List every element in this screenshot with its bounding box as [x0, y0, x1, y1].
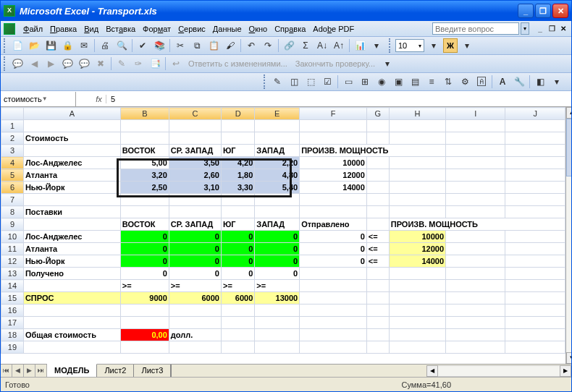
grid[interactable]: A B C D E F G H I J 1 2Стоимость 3ВОСТОК…	[1, 107, 565, 354]
menu-window[interactable]: Окно	[245, 23, 272, 35]
tool11-icon[interactable]: ⇅	[441, 74, 455, 89]
row-6[interactable]: 6	[1, 182, 24, 194]
menu-view[interactable]: Вид	[80, 23, 102, 35]
permission-icon[interactable]: 🔒	[60, 38, 75, 53]
open-icon[interactable]: 📂	[27, 38, 41, 53]
horizontal-scrollbar[interactable]: ◀ ▶	[426, 365, 571, 377]
toolbar-handle-3[interactable]	[4, 56, 7, 71]
doc-restore-button[interactable]: ❐	[547, 24, 557, 34]
bold-button[interactable]: Ж	[443, 38, 458, 53]
name-box-arrow-icon[interactable]: ▼	[42, 95, 72, 102]
tool17-icon[interactable]: ▾	[550, 74, 564, 89]
tool6-icon[interactable]: ⊞	[358, 74, 372, 89]
tab-next-icon[interactable]: ▶	[24, 365, 35, 377]
tab-sheet2[interactable]: Лист2	[97, 365, 134, 377]
row-2[interactable]: 2	[1, 132, 24, 145]
scroll-left-icon[interactable]: ◀	[426, 365, 438, 377]
tool3-icon[interactable]: ⬚	[303, 74, 318, 89]
row-5[interactable]: 5	[1, 169, 24, 182]
menu-file[interactable]: Файл	[20, 23, 46, 35]
row-15[interactable]: 15	[1, 292, 24, 304]
row-17[interactable]: 17	[1, 317, 24, 329]
new-icon[interactable]: 📄	[10, 38, 25, 53]
format-more-icon[interactable]: ▾	[460, 38, 474, 53]
tab-model[interactable]: МОДЕЛЬ	[47, 364, 97, 377]
minimize-button[interactable]: _	[518, 4, 534, 18]
format-painter-icon[interactable]: 🖌	[223, 38, 237, 53]
tool5-icon[interactable]: ▭	[341, 74, 356, 89]
scroll-up-icon[interactable]: ▲	[566, 107, 571, 119]
tool10-icon[interactable]: ≡	[424, 74, 439, 89]
tab-sheet3[interactable]: Лист3	[134, 365, 171, 377]
vertical-scrollbar[interactable]: ▲ ▼	[565, 107, 571, 364]
save-icon[interactable]: 💾	[43, 38, 58, 53]
copy-icon[interactable]: ⧉	[190, 38, 204, 53]
cut-icon[interactable]: ✂	[173, 38, 188, 53]
row-16[interactable]: 16	[1, 304, 24, 317]
row-11[interactable]: 11	[1, 243, 24, 255]
col-F[interactable]: F	[300, 108, 367, 120]
menu-help[interactable]: Справка	[271, 23, 309, 35]
menu-data[interactable]: Данные	[209, 23, 245, 35]
paste-icon[interactable]: 📋	[206, 38, 221, 53]
print-icon[interactable]: 🖨	[98, 38, 112, 53]
row-1[interactable]: 1	[1, 120, 24, 132]
autosum-icon[interactable]: Σ	[298, 38, 313, 53]
tool2-icon[interactable]: ◫	[287, 74, 301, 89]
close-button[interactable]: ✕	[552, 4, 568, 18]
toolbar-handle[interactable]	[4, 38, 7, 53]
font-size-select[interactable]: 10▾	[395, 39, 424, 52]
tool4-icon[interactable]: ☑	[320, 74, 335, 89]
tool8-icon[interactable]: ▣	[391, 74, 405, 89]
new-comment-icon[interactable]: 💬	[10, 56, 25, 71]
tab-prev-icon[interactable]: ◀	[12, 365, 24, 377]
chart-icon[interactable]: 📊	[353, 38, 367, 53]
sort-asc-icon[interactable]: A↓	[315, 38, 329, 53]
spellcheck-icon[interactable]: ✔	[135, 38, 150, 53]
doc-icon[interactable]	[4, 23, 15, 35]
row-19[interactable]: 19	[1, 341, 24, 354]
col-A[interactable]: A	[23, 108, 120, 120]
tool14-icon[interactable]: A	[495, 74, 510, 89]
doc-close-button[interactable]: ✕	[558, 24, 568, 34]
row-9[interactable]: 9	[1, 218, 24, 231]
row-14[interactable]: 14	[1, 280, 24, 292]
col-J[interactable]: J	[505, 108, 565, 120]
ask-question-input[interactable]	[432, 22, 519, 35]
row-7[interactable]: 7	[1, 194, 24, 206]
hyperlink-icon[interactable]: 🔗	[282, 38, 296, 53]
formula-value[interactable]: 5	[106, 95, 571, 103]
tool15-icon[interactable]: 🔧	[512, 74, 526, 89]
row-12[interactable]: 12	[1, 255, 24, 268]
col-D[interactable]: D	[221, 108, 254, 120]
fx-button[interactable]: fx	[92, 95, 106, 103]
toolbar-handle-2[interactable]	[389, 38, 392, 53]
fontsize-more[interactable]: ▾	[426, 38, 441, 53]
tool13-icon[interactable]: 🄰	[474, 74, 489, 89]
research-icon[interactable]: 📚	[152, 38, 167, 53]
doc-minimize-button[interactable]: _	[535, 24, 545, 34]
tab-first-icon[interactable]: ⏮	[1, 365, 12, 377]
ask-dropdown[interactable]: ▾	[521, 22, 529, 35]
scroll-down-icon[interactable]: ▼	[566, 352, 571, 364]
col-C[interactable]: C	[169, 108, 221, 120]
row-18[interactable]: 18	[1, 329, 24, 341]
cell[interactable]: Стоимость	[23, 132, 120, 145]
select-all-corner[interactable]	[1, 108, 24, 120]
row-10[interactable]: 10	[1, 231, 24, 243]
col-H[interactable]: H	[389, 108, 445, 120]
mail-icon[interactable]: ✉	[77, 38, 91, 53]
undo-icon[interactable]: ↶	[244, 38, 258, 53]
redo-icon[interactable]: ↷	[261, 38, 275, 53]
tool16-icon[interactable]: ◧	[533, 74, 547, 89]
toolbar-handle-4[interactable]	[264, 74, 266, 89]
review-more-icon[interactable]: ▾	[380, 56, 395, 71]
col-B[interactable]: B	[120, 108, 169, 120]
menu-format[interactable]: Формат	[139, 23, 174, 35]
menu-insert[interactable]: Вставка	[102, 23, 139, 35]
menu-adobe[interactable]: Adobe PDF	[309, 23, 358, 35]
name-box[interactable]: стоимость ▼	[1, 92, 76, 106]
tool7-icon[interactable]: ◉	[374, 74, 389, 89]
tab-last-icon[interactable]: ⏭	[35, 365, 47, 377]
scroll-right-icon[interactable]: ▶	[560, 365, 571, 377]
